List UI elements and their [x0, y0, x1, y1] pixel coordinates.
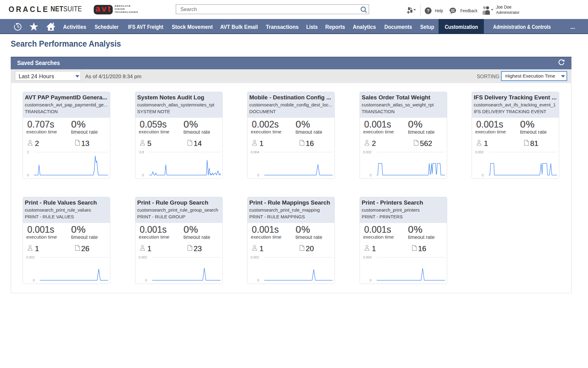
svg-text:0.002: 0.002 [363, 150, 371, 154]
svg-text:?: ? [427, 8, 430, 13]
svg-text:0: 0 [257, 173, 259, 177]
svg-text:0: 0 [142, 173, 144, 177]
svg-text:0: 0 [27, 173, 29, 177]
svg-text:0: 0 [33, 278, 35, 282]
svg-text:0.002: 0.002 [475, 150, 484, 154]
svg-text:0.004: 0.004 [363, 255, 371, 259]
svg-text:0: 0 [370, 173, 371, 177]
svg-text:0.002: 0.002 [251, 255, 259, 259]
svg-text:0: 0 [145, 278, 147, 282]
svg-text:0.004: 0.004 [251, 150, 259, 154]
svg-text:0: 0 [370, 278, 371, 282]
svg-text:0: 0 [482, 173, 484, 177]
svg-text:0.002: 0.002 [138, 255, 147, 259]
svg-text:0.8: 0.8 [139, 150, 144, 154]
svg-text:0: 0 [257, 278, 259, 282]
svg-text:0.002: 0.002 [26, 255, 35, 259]
svg-text:2: 2 [27, 150, 29, 154]
